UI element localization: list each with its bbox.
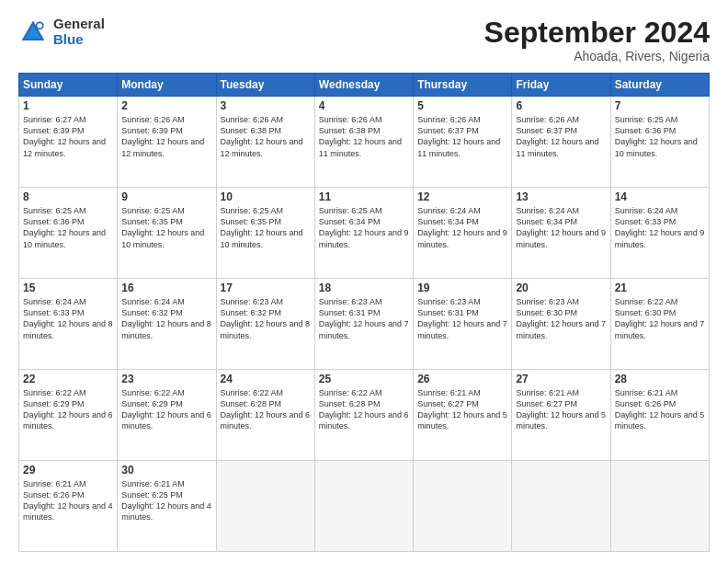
col-saturday: Saturday xyxy=(610,74,709,97)
day-number: 13 xyxy=(516,190,606,203)
location: Ahoada, Rivers, Nigeria xyxy=(484,49,710,63)
table-row: 16Sunrise: 6:24 AM Sunset: 6:32 PM Dayli… xyxy=(118,279,216,370)
day-info: Sunrise: 6:21 AM Sunset: 6:27 PM Dayligh… xyxy=(516,387,606,432)
svg-point-3 xyxy=(37,23,41,28)
col-tuesday: Tuesday xyxy=(216,74,314,97)
day-number: 23 xyxy=(121,373,211,385)
table-row: 23Sunrise: 6:22 AM Sunset: 6:29 PM Dayli… xyxy=(118,370,216,461)
table-row: 8Sunrise: 6:25 AM Sunset: 6:36 PM Daylig… xyxy=(19,188,118,279)
table-row: 10Sunrise: 6:25 AM Sunset: 6:35 PM Dayli… xyxy=(216,188,314,279)
table-row xyxy=(216,461,314,552)
day-number: 24 xyxy=(221,373,311,385)
table-row: 14Sunrise: 6:24 AM Sunset: 6:33 PM Dayli… xyxy=(610,188,709,279)
day-number: 28 xyxy=(615,373,705,385)
col-thursday: Thursday xyxy=(414,74,512,97)
day-number: 2 xyxy=(121,99,211,112)
day-info: Sunrise: 6:25 AM Sunset: 6:36 PM Dayligh… xyxy=(615,114,705,159)
col-sunday: Sunday xyxy=(19,74,118,97)
day-info: Sunrise: 6:23 AM Sunset: 6:31 PM Dayligh… xyxy=(417,296,507,341)
col-friday: Friday xyxy=(512,74,610,97)
table-row: 20Sunrise: 6:23 AM Sunset: 6:30 PM Dayli… xyxy=(512,279,610,370)
day-number: 12 xyxy=(417,190,507,203)
day-info: Sunrise: 6:26 AM Sunset: 6:37 PM Dayligh… xyxy=(417,114,507,159)
day-info: Sunrise: 6:22 AM Sunset: 6:29 PM Dayligh… xyxy=(121,387,211,432)
table-row xyxy=(610,461,709,552)
day-info: Sunrise: 6:21 AM Sunset: 6:25 PM Dayligh… xyxy=(121,478,211,523)
table-row: 4Sunrise: 6:26 AM Sunset: 6:38 PM Daylig… xyxy=(314,97,413,188)
table-row: 22Sunrise: 6:22 AM Sunset: 6:29 PM Dayli… xyxy=(19,370,118,461)
table-row: 11Sunrise: 6:25 AM Sunset: 6:34 PM Dayli… xyxy=(314,188,413,279)
day-info: Sunrise: 6:24 AM Sunset: 6:34 PM Dayligh… xyxy=(516,205,606,250)
calendar-week-row: 15Sunrise: 6:24 AM Sunset: 6:33 PM Dayli… xyxy=(19,279,710,370)
table-row: 27Sunrise: 6:21 AM Sunset: 6:27 PM Dayli… xyxy=(512,370,610,461)
calendar-header-row: Sunday Monday Tuesday Wednesday Thursday… xyxy=(19,74,710,97)
table-row: 3Sunrise: 6:26 AM Sunset: 6:38 PM Daylig… xyxy=(216,97,314,188)
day-number: 8 xyxy=(23,190,113,203)
day-info: Sunrise: 6:24 AM Sunset: 6:34 PM Dayligh… xyxy=(417,205,507,250)
page: General Blue September 2024 Ahoada, Rive… xyxy=(0,0,728,563)
day-number: 22 xyxy=(23,373,113,385)
day-number: 27 xyxy=(516,373,606,385)
calendar-week-row: 8Sunrise: 6:25 AM Sunset: 6:36 PM Daylig… xyxy=(19,188,710,279)
day-info: Sunrise: 6:24 AM Sunset: 6:32 PM Dayligh… xyxy=(121,296,211,341)
day-info: Sunrise: 6:25 AM Sunset: 6:36 PM Dayligh… xyxy=(23,205,113,250)
logo-blue-text: Blue xyxy=(53,32,105,48)
day-info: Sunrise: 6:21 AM Sunset: 6:26 PM Dayligh… xyxy=(23,478,113,523)
day-number: 7 xyxy=(615,99,705,112)
table-row: 21Sunrise: 6:22 AM Sunset: 6:30 PM Dayli… xyxy=(610,279,709,370)
day-number: 15 xyxy=(23,282,113,294)
day-info: Sunrise: 6:27 AM Sunset: 6:39 PM Dayligh… xyxy=(23,114,113,159)
day-info: Sunrise: 6:21 AM Sunset: 6:26 PM Dayligh… xyxy=(615,387,705,432)
day-info: Sunrise: 6:26 AM Sunset: 6:38 PM Dayligh… xyxy=(221,114,311,159)
day-info: Sunrise: 6:23 AM Sunset: 6:30 PM Dayligh… xyxy=(516,296,606,341)
table-row: 1Sunrise: 6:27 AM Sunset: 6:39 PM Daylig… xyxy=(19,97,118,188)
day-number: 6 xyxy=(516,99,606,112)
table-row xyxy=(512,461,610,552)
day-info: Sunrise: 6:25 AM Sunset: 6:34 PM Dayligh… xyxy=(319,205,409,250)
day-number: 14 xyxy=(615,190,705,203)
logo-icon xyxy=(18,17,48,47)
day-number: 5 xyxy=(417,99,507,112)
day-info: Sunrise: 6:25 AM Sunset: 6:35 PM Dayligh… xyxy=(121,205,211,250)
day-number: 9 xyxy=(121,190,211,203)
day-number: 16 xyxy=(121,282,211,294)
logo-general-text: General xyxy=(53,17,105,32)
table-row: 2Sunrise: 6:26 AM Sunset: 6:39 PM Daylig… xyxy=(118,97,216,188)
day-info: Sunrise: 6:21 AM Sunset: 6:27 PM Dayligh… xyxy=(417,387,507,432)
day-info: Sunrise: 6:24 AM Sunset: 6:33 PM Dayligh… xyxy=(615,205,705,250)
calendar-week-row: 1Sunrise: 6:27 AM Sunset: 6:39 PM Daylig… xyxy=(19,97,710,188)
table-row: 25Sunrise: 6:22 AM Sunset: 6:28 PM Dayli… xyxy=(314,370,413,461)
table-row: 15Sunrise: 6:24 AM Sunset: 6:33 PM Dayli… xyxy=(19,279,118,370)
logo: General Blue xyxy=(18,17,105,47)
calendar-table: Sunday Monday Tuesday Wednesday Thursday… xyxy=(18,73,710,552)
month-title: September 2024 xyxy=(484,17,710,49)
day-info: Sunrise: 6:22 AM Sunset: 6:30 PM Dayligh… xyxy=(615,296,705,341)
logo-text: General Blue xyxy=(53,17,105,47)
table-row: 7Sunrise: 6:25 AM Sunset: 6:36 PM Daylig… xyxy=(610,97,709,188)
day-number: 26 xyxy=(417,373,507,385)
calendar-week-row: 29Sunrise: 6:21 AM Sunset: 6:26 PM Dayli… xyxy=(19,461,710,552)
table-row: 29Sunrise: 6:21 AM Sunset: 6:26 PM Dayli… xyxy=(19,461,118,552)
day-info: Sunrise: 6:22 AM Sunset: 6:29 PM Dayligh… xyxy=(23,387,113,432)
day-number: 29 xyxy=(23,464,113,477)
day-number: 3 xyxy=(221,99,311,112)
day-number: 11 xyxy=(319,190,409,203)
title-section: September 2024 Ahoada, Rivers, Nigeria xyxy=(484,17,710,63)
day-number: 21 xyxy=(615,282,705,294)
table-row xyxy=(314,461,413,552)
col-wednesday: Wednesday xyxy=(314,74,413,97)
day-number: 4 xyxy=(319,99,409,112)
day-number: 20 xyxy=(516,282,606,294)
day-info: Sunrise: 6:25 AM Sunset: 6:35 PM Dayligh… xyxy=(221,205,311,250)
day-number: 17 xyxy=(221,282,311,294)
day-number: 1 xyxy=(23,99,113,112)
day-number: 10 xyxy=(221,190,311,203)
header: General Blue September 2024 Ahoada, Rive… xyxy=(18,17,710,63)
table-row: 26Sunrise: 6:21 AM Sunset: 6:27 PM Dayli… xyxy=(414,370,512,461)
day-info: Sunrise: 6:23 AM Sunset: 6:32 PM Dayligh… xyxy=(221,296,311,341)
day-info: Sunrise: 6:22 AM Sunset: 6:28 PM Dayligh… xyxy=(221,387,311,432)
table-row: 24Sunrise: 6:22 AM Sunset: 6:28 PM Dayli… xyxy=(216,370,314,461)
day-info: Sunrise: 6:24 AM Sunset: 6:33 PM Dayligh… xyxy=(23,296,113,341)
table-row: 5Sunrise: 6:26 AM Sunset: 6:37 PM Daylig… xyxy=(414,97,512,188)
table-row: 17Sunrise: 6:23 AM Sunset: 6:32 PM Dayli… xyxy=(216,279,314,370)
